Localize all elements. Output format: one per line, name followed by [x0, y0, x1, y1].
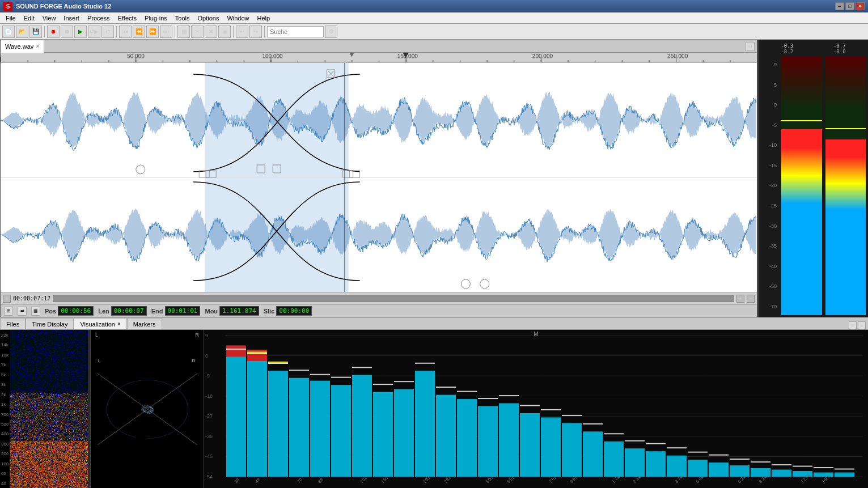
prev-button[interactable]: ⏮ — [119, 26, 132, 38]
tab-time-display[interactable]: Time Display — [26, 318, 74, 329]
mou-field: Mou 1.161.874 — [205, 306, 259, 316]
save-button[interactable]: 💾 — [29, 26, 42, 38]
scroll-thumb — [53, 296, 734, 302]
snap-btn[interactable]: ⊞ — [4, 307, 13, 316]
zoom-fit-button[interactable]: − — [747, 295, 755, 303]
len-label: Len — [98, 308, 109, 315]
panel-tab-bar: Files Time Display Visualization× Marker… — [0, 317, 868, 330]
loop-button[interactable]: ⇄ — [101, 26, 114, 38]
spectrum-panel: M — [204, 330, 868, 488]
zoom-out-button[interactable]: + — [736, 295, 744, 303]
title-bar-left: S SOUND FORGE Audio Studio 12 — [3, 2, 111, 11]
wave-editor: Wave.wav × ⊞ + 00:00:07:17 + — [0, 40, 757, 317]
wave-tab-close-icon[interactable]: × — [36, 43, 39, 49]
visualization-panel: L R — [91, 330, 204, 488]
loop-region-btn[interactable]: ⇄ — [18, 307, 27, 316]
cut-btn[interactable]: ✂ — [191, 26, 204, 38]
vu-ch2-peak-hold — [825, 128, 866, 129]
vu-scale: 9 5 0 -5 -10 -15 -20 -25 -30 -35 -40 -50… — [761, 57, 777, 315]
vu-scale-m50: -50 — [761, 284, 777, 289]
vu-scale-m20: -20 — [761, 183, 777, 188]
title-bar: S SOUND FORGE Audio Studio 12 − □ × — [0, 0, 868, 12]
open-button[interactable]: 📂 — [16, 26, 28, 38]
vu-scale-m25: -25 — [761, 203, 777, 209]
menu-view[interactable]: View — [39, 14, 60, 23]
toolbar-sep-3 — [175, 26, 175, 37]
vu-ch1-rms-label: -8.2 — [781, 49, 793, 54]
crossfade-btn[interactable]: ✖ — [205, 26, 217, 38]
vu-ch2-peak-label: -0.7 — [833, 43, 846, 49]
next-button[interactable]: ⏭ — [160, 26, 172, 38]
menu-window[interactable]: Window — [223, 14, 252, 23]
waveform-scroll-bar[interactable] — [53, 295, 734, 302]
waveform-area[interactable] — [1, 63, 757, 292]
bottom-section: Files Time Display Visualization× Marker… — [0, 317, 868, 488]
search-input[interactable] — [267, 26, 324, 37]
lissajous-r-label: R — [196, 332, 200, 338]
wave-tab-expand-button[interactable]: ⊞ — [746, 42, 755, 51]
undo-button[interactable]: ↩ — [236, 26, 248, 38]
record-button[interactable]: ⏺ — [47, 26, 60, 38]
tab-files[interactable]: Files — [0, 318, 26, 329]
vu-scale-m70: -70 — [761, 304, 777, 309]
lissajous-l-label: L — [95, 332, 98, 338]
wave-tab-label: Wave.wav — [5, 43, 33, 50]
stop-button[interactable]: ⏹ — [61, 26, 73, 38]
new-button[interactable]: 📄 — [2, 26, 15, 38]
restore-button[interactable]: □ — [845, 2, 854, 10]
time-display-bar: ⊞ ⇄ ▦ Pos 00:00:56 Len 00:00:07 End 00:0… — [1, 304, 757, 317]
spectrum-canvas — [204, 330, 868, 488]
vu-scale-5: 5 — [761, 83, 777, 88]
tab-visualization-close[interactable]: × — [117, 321, 121, 327]
search-options-button[interactable]: ⚙ — [325, 26, 337, 38]
app-title: SOUND FORGE Audio Studio 12 — [16, 3, 111, 10]
vu-bars — [781, 57, 866, 315]
zoom-in-button[interactable]: + — [3, 295, 11, 303]
vu-scale-m30: -30 — [761, 224, 777, 229]
slic-field: Slic 00:00:00 — [264, 306, 312, 316]
vu-bars-container: 9 5 0 -5 -10 -15 -20 -25 -30 -35 -40 -50… — [761, 57, 866, 315]
play-button[interactable]: ▶ — [74, 26, 87, 38]
menu-tools[interactable]: Tools — [172, 14, 193, 23]
menu-effects[interactable]: Effects — [115, 14, 140, 23]
minimize-button[interactable]: − — [835, 2, 844, 10]
toolbar-sep-4 — [233, 26, 234, 37]
vu-scale-m35: -35 — [761, 244, 777, 249]
tab-markers[interactable]: Markers — [127, 318, 162, 329]
ffwd-button[interactable]: ⏩ — [146, 26, 159, 38]
end-value: 00:01:01 — [165, 306, 201, 316]
menu-plugins[interactable]: Plug-ins — [141, 14, 171, 23]
menu-options[interactable]: Options — [194, 14, 223, 23]
panel-tabs-area: Files Time Display Visualization× Marker… — [0, 317, 868, 488]
menu-edit[interactable]: Edit — [20, 14, 38, 23]
vu-ch2-bar-bg — [825, 57, 866, 315]
tab-visualization[interactable]: Visualization× — [74, 318, 126, 329]
main-layout: Wave.wav × ⊞ + 00:00:07:17 + — [0, 40, 868, 488]
normalize-btn[interactable]: ◉ — [218, 26, 231, 38]
menu-insert[interactable]: Insert — [60, 14, 83, 23]
title-bar-controls: − □ × — [835, 2, 865, 10]
select-tool-button[interactable]: ▦ — [177, 26, 190, 38]
sel-btn[interactable]: ▦ — [31, 307, 40, 316]
toolbar: 📄 📂 💾 ⏺ ⏹ ▶ ↺▶ ⇄ ⏮ ⏪ ⏩ ⏭ ▦ ✂ ✖ ◉ ↩ ↪ ⚙ — [0, 24, 868, 40]
close-button[interactable]: × — [856, 2, 865, 10]
rewind-button[interactable]: ⏪ — [133, 26, 145, 38]
slic-value: 00:00:00 — [276, 306, 312, 316]
menu-help[interactable]: Help — [254, 14, 274, 23]
redo-button[interactable]: ↪ — [249, 26, 262, 38]
panel-close-button[interactable]: × — [858, 321, 866, 329]
waveform-canvas[interactable] — [1, 63, 757, 292]
vu-scale-m10: -10 — [761, 143, 777, 148]
vu-ch1-peak-hold — [781, 120, 822, 121]
vu-scale-m15: -15 — [761, 163, 777, 168]
menu-process[interactable]: Process — [84, 14, 113, 23]
panel-expand-button[interactable]: ⊞ — [849, 321, 857, 329]
vu-ch1-bar-bg — [781, 57, 822, 315]
wave-tab[interactable]: Wave.wav × — [1, 40, 44, 53]
end-field: End 00:01:01 — [151, 306, 201, 316]
len-value: 00:00:07 — [111, 306, 147, 316]
play-looped-button[interactable]: ↺▶ — [88, 26, 100, 38]
pos-value: 00:00:56 — [58, 306, 94, 316]
toolbar-sep-2 — [116, 26, 117, 37]
menu-file[interactable]: File — [2, 14, 19, 23]
